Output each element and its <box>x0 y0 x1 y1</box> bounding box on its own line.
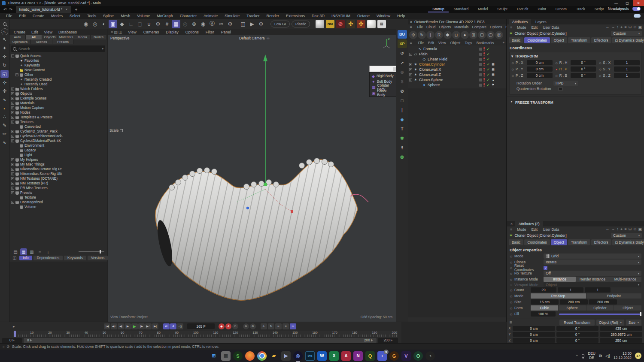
taskbar-app-icon[interactable]: O <box>413 351 423 361</box>
octane-toolbar-icon[interactable]: ✱ <box>444 31 452 39</box>
tool-icon[interactable]: ⊹ <box>0 78 9 87</box>
form-option[interactable]: Object <box>614 305 641 311</box>
anim-dot-icon[interactable]: ◇ <box>598 61 601 64</box>
range-end-field[interactable]: 200 F <box>378 338 398 343</box>
freeze-transform-header[interactable]: FREEZE TRANSFORM <box>515 100 553 105</box>
transport-button[interactable]: ▶○ <box>145 323 152 329</box>
instance-mode-option[interactable]: Multi-Instance <box>609 277 641 282</box>
object-manager-menu-item[interactable]: View <box>436 41 448 45</box>
object-manager-item[interactable]: + ✶ Cloner.Cylinder ✓ ▦ <box>408 62 506 67</box>
expand-toggle-icon[interactable]: + <box>11 106 14 109</box>
attribute-tab[interactable]: Ω Dynamics Body <box>612 239 644 245</box>
clones-dropdown[interactable]: Iterate ▾ <box>544 259 641 265</box>
menu-item[interactable]: Tracker <box>243 14 263 18</box>
toolbar-mode-icon[interactable]: ◎ <box>181 20 189 28</box>
expand-toggle-icon[interactable]: + <box>15 73 18 76</box>
script-icon[interactable]: ▤ <box>377 20 386 28</box>
preview-range-bar[interactable]: 0 F 200 F <box>24 338 377 343</box>
taskbar-app-icon[interactable]: ▦ <box>221 351 231 361</box>
expand-toggle-icon[interactable]: + <box>409 68 412 71</box>
expand-toggle-icon[interactable] <box>418 84 421 87</box>
menu-item[interactable]: File <box>3 14 16 18</box>
redo-icon[interactable]: ↷ <box>9 7 12 12</box>
expand-toggle-icon[interactable] <box>15 125 18 128</box>
record-filter-button[interactable]: ⧈ <box>275 323 282 329</box>
document-tab[interactable]: kinetic_wave_tutorial.c4d * × <box>16 6 71 13</box>
plastic-button[interactable]: Plastic <box>292 21 310 27</box>
octane-toolbar-icon[interactable]: ✣ <box>409 31 417 39</box>
count-field[interactable]: 1 <box>585 287 611 293</box>
asset-tree-item[interactable]: ⌖ Keywords <box>9 63 107 68</box>
layout-tab[interactable]: Standard <box>450 6 473 12</box>
timeline-toggle-button[interactable]: ◁) <box>177 323 183 329</box>
attributes-menu-item[interactable]: Mode <box>514 25 529 30</box>
tool-icon[interactable]: ✛ <box>0 53 9 61</box>
render-button-icon[interactable]: ▶ <box>248 20 256 28</box>
coord-manager-hamburger-icon[interactable]: ≡ <box>510 320 512 325</box>
attribute-tab[interactable]: Coordinates <box>524 239 550 245</box>
plugin-icon[interactable]: ⊘ <box>398 87 407 95</box>
info-tab[interactable]: Info <box>19 256 32 260</box>
asset-browser-tab[interactable]: Auto <box>9 35 26 39</box>
asset-tree-item[interactable]: + Uncategorized <box>9 200 107 205</box>
expand-toggle-icon[interactable] <box>15 69 18 72</box>
expand-toggle-icon[interactable]: + <box>11 116 14 119</box>
asset-tree-item[interactable]: New Content <box>9 68 107 72</box>
taskbar-app-icon[interactable]: A <box>341 351 351 361</box>
menu-toggle-pill[interactable] <box>634 14 641 18</box>
transport-button[interactable]: ▶ <box>131 323 138 329</box>
size-field[interactable]: 15 cm <box>531 299 559 305</box>
transport-button[interactable]: ▶ <box>125 323 131 329</box>
attributes-menu-item[interactable]: Mode <box>514 227 529 232</box>
taskbar-app-icon[interactable]: T 9 <box>377 351 387 361</box>
anim-dot-icon[interactable]: ◇ <box>555 61 558 64</box>
info-tab[interactable]: Keywords <box>64 256 86 260</box>
viewport-menu-item[interactable]: Panel <box>218 30 234 34</box>
octane-toolbar-icon[interactable]: Ⓕ <box>486 31 495 39</box>
clock[interactable]: 13:3012.12.2022 <box>614 352 632 360</box>
attributes-header-icon[interactable]: ⊙ <box>633 227 637 232</box>
tool-icon[interactable]: ∿ <box>0 139 9 147</box>
asset-tree-item[interactable]: + Textures <box>9 120 107 124</box>
tool-icon[interactable]: ▪ <box>0 104 9 112</box>
plugin-icon[interactable]: XP <box>398 39 407 48</box>
context-menu-item[interactable]: ▣ Ghost Body <box>370 90 396 96</box>
scale-field[interactable]: 1 <box>614 73 640 78</box>
keyframe-button[interactable]: ⊕ <box>243 323 249 329</box>
timeline-toggle-button[interactable]: A <box>170 323 176 329</box>
octane-toolbar-icon[interactable]: ↻ <box>418 31 426 39</box>
asset-tree-item[interactable]: ♥ Favorites <box>9 58 107 63</box>
asset-browser-tab[interactable]: Objects <box>42 35 58 39</box>
asset-browser-subtab[interactable]: Presets <box>52 39 74 44</box>
menu-item[interactable]: Help <box>394 14 409 18</box>
object-tag-icon[interactable] <box>491 57 495 61</box>
low-gi-button[interactable]: Low GI <box>270 21 290 27</box>
collapse-caret-icon[interactable]: ► <box>510 100 513 105</box>
record-filter-button[interactable]: ↻ <box>268 323 274 329</box>
coord-size-dropdown[interactable]: Size▾ <box>626 320 641 326</box>
expand-toggle-icon[interactable]: + <box>11 182 14 185</box>
tool-icon[interactable]: ∴ <box>0 113 9 121</box>
step-mode-option[interactable]: Endpoint <box>586 293 642 299</box>
expand-toggle-icon[interactable]: + <box>11 97 14 100</box>
viewport-panel-icon[interactable]: ◫ <box>118 30 122 34</box>
coord-position-field[interactable]: 0 cm <box>513 338 555 343</box>
object-manager-menu-item[interactable]: File <box>416 41 426 45</box>
attributes-header-icon[interactable]: ⌖ <box>620 25 623 30</box>
tool-icon[interactable]: ↻ <box>0 61 9 69</box>
viewport-panel-icon[interactable]: ▤ <box>114 30 118 34</box>
form-option[interactable]: Sphere <box>559 305 586 311</box>
taskbar-app-icon[interactable]: V <box>401 351 411 361</box>
speaker-icon[interactable]: ◁) <box>605 353 610 358</box>
expand-toggle-icon[interactable]: + <box>11 191 14 194</box>
tool-icon[interactable]: ◱ <box>0 70 9 78</box>
attributes-panel-title[interactable]: Attributes (2) <box>515 221 543 226</box>
expand-toggle-icon[interactable]: + <box>11 130 14 133</box>
expand-toggle-icon[interactable]: − <box>409 53 412 56</box>
status-icon[interactable]: ≡ <box>3 344 5 349</box>
layout-tab[interactable]: Track <box>572 6 589 12</box>
menu-item[interactable]: Mesh <box>117 14 134 18</box>
visibility-dots[interactable] <box>483 57 485 61</box>
playhead[interactable] <box>14 331 16 337</box>
visibility-dots[interactable] <box>483 73 485 77</box>
